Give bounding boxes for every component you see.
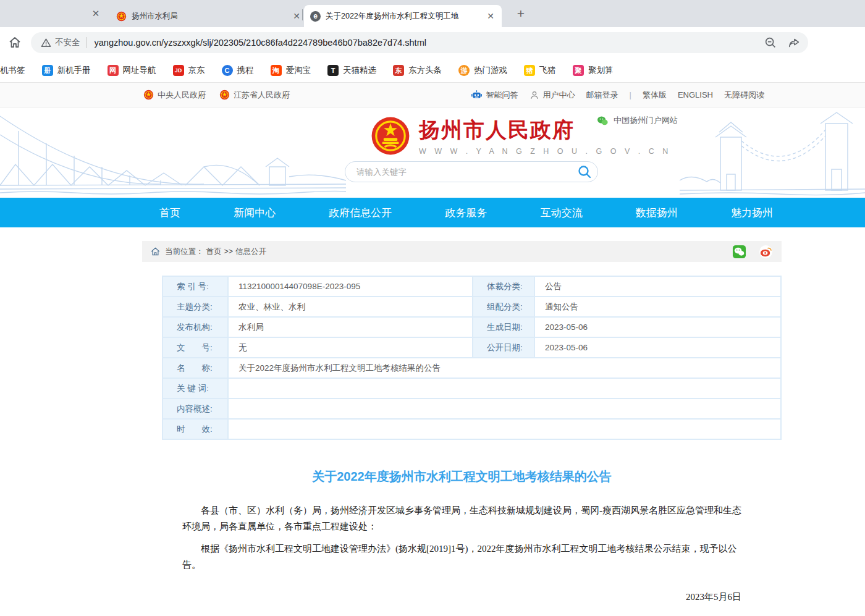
divider: | bbox=[630, 90, 631, 99]
meta-value-title: 关于2022年度扬州市水利工程文明工地考核结果的公告 bbox=[228, 358, 781, 378]
link-central-gov[interactable]: 中央人民政府 bbox=[143, 90, 206, 101]
bookmark-aitaobao[interactable]: 淘 爱淘宝 bbox=[271, 65, 311, 76]
nav-item-services[interactable]: 政务服务 bbox=[441, 206, 491, 220]
bridge-artwork-left bbox=[0, 108, 346, 198]
meta-value-doc-number: 无 bbox=[228, 337, 473, 358]
gov-top-bar: 中央人民政府 江苏省人民政府 智能问答 bbox=[0, 83, 865, 108]
close-icon[interactable]: ✕ bbox=[89, 7, 103, 20]
link-label: 江苏省人民政府 bbox=[234, 90, 290, 101]
bookmark-ctrip[interactable]: C 携程 bbox=[222, 65, 254, 76]
bookmark-new-phone-manual[interactable]: 册 新机手册 bbox=[42, 65, 91, 76]
meta-value-public-date: 2023-05-06 bbox=[534, 337, 781, 358]
bookmark-label: 携程 bbox=[237, 65, 254, 76]
robot-icon bbox=[471, 90, 483, 100]
bookmark-label: 网址导航 bbox=[123, 65, 156, 76]
new-tab-button[interactable]: + bbox=[513, 6, 529, 22]
bookmark-icon: 游 bbox=[458, 65, 470, 76]
link-label: 智能问答 bbox=[486, 90, 518, 101]
bookmark-icon: T bbox=[327, 65, 339, 76]
browser-tab-bar: ✕ 扬州市水利局 ✕ e 关于2022年度扬州市水利工程文明工地 ✕ + bbox=[0, 0, 865, 27]
nav-item-info-disclosure[interactable]: 政府信息公开 bbox=[325, 206, 395, 220]
breadcrumb-label: 当前位置： bbox=[165, 247, 204, 257]
search-input[interactable] bbox=[357, 167, 575, 177]
link-label: ENGLISH bbox=[678, 90, 713, 99]
bookmark-icon: 淘 bbox=[271, 65, 282, 76]
page-content: 当前位置： 首页 >> 信息公开 索 引 号: 113210000144 bbox=[142, 227, 782, 616]
bookmark-icon: 猪 bbox=[524, 65, 535, 76]
nav-item-news[interactable]: 新闻中心 bbox=[230, 206, 279, 220]
wechat-share-icon[interactable] bbox=[732, 245, 746, 259]
portal-wechat-link[interactable]: 中国扬州门户网站 bbox=[597, 115, 678, 126]
main-navigation: 首页 新闻中心 政府信息公开 政务服务 互动交流 数据扬州 魅力扬州 bbox=[0, 198, 865, 227]
bookmark-hot-games[interactable]: 游 热门游戏 bbox=[458, 65, 507, 76]
meta-label: 关 键 词: bbox=[162, 378, 228, 399]
bookmark-label: 聚划算 bbox=[588, 65, 614, 76]
nav-item-home[interactable]: 首页 bbox=[156, 206, 184, 220]
bookmark-site-navigation[interactable]: 网 网址导航 bbox=[108, 65, 156, 76]
bookmark-phone-bookmarks[interactable]: 机书签 bbox=[0, 65, 25, 76]
meta-label: 时 效: bbox=[162, 419, 228, 439]
search-button[interactable] bbox=[575, 162, 594, 181]
bookmark-label: 新机手册 bbox=[57, 65, 91, 76]
bookmark-label: 天猫精选 bbox=[343, 65, 376, 76]
search-icon bbox=[577, 164, 592, 179]
table-row: 关 键 词: bbox=[162, 378, 781, 399]
browser-page-icon: e bbox=[310, 11, 321, 22]
article-title: 关于2022年度扬州市水利工程文明工地考核结果的公告 bbox=[182, 468, 741, 485]
article-body: 关于2022年度扬州市水利工程文明工地考核结果的公告 各县（市、区）水利（务）局… bbox=[142, 468, 782, 616]
security-chip[interactable]: 不安全 bbox=[38, 37, 86, 48]
breadcrumb-current[interactable]: 信息公开 bbox=[235, 247, 266, 257]
bookmark-icon: 册 bbox=[42, 65, 53, 76]
site-url: W W W . Y A N G Z H O U . G O V . C N bbox=[419, 147, 671, 156]
weibo-share-icon[interactable] bbox=[759, 245, 773, 259]
portal-label: 中国扬州门户网站 bbox=[614, 115, 678, 126]
tab-yangzhou-water-bureau[interactable]: 扬州市水利局 ✕ bbox=[110, 5, 303, 27]
chip-divider bbox=[86, 37, 87, 48]
share-icon[interactable] bbox=[787, 36, 801, 49]
meta-label: 公开日期: bbox=[473, 337, 534, 358]
nav-item-data[interactable]: 数据扬州 bbox=[632, 206, 681, 220]
tab-active-announcement[interactable]: e 关于2022年度扬州市水利工程文明工地 ✕ bbox=[304, 5, 502, 27]
link-label: 中央人民政府 bbox=[158, 90, 206, 101]
meta-value-summary bbox=[228, 399, 781, 419]
bookmarks-bar: 机书签 册 新机手册 网 网址导航 JD 京东 C 携程 淘 爱淘宝 T 天猫精… bbox=[0, 58, 865, 83]
table-row: 索 引 号: 11321000014407098E-2023-095 体裁分类:… bbox=[162, 276, 781, 297]
user-center-link[interactable]: 用户中心 bbox=[530, 90, 575, 101]
mail-login-link[interactable]: 邮箱登录 bbox=[586, 90, 618, 101]
bookmark-jd[interactable]: JD 京东 bbox=[173, 65, 205, 76]
bookmark-label: 京东 bbox=[188, 65, 205, 76]
table-row: 内容概述: bbox=[162, 399, 781, 419]
table-row: 主题分类: 农业、林业、水利 组配分类: 通知公告 bbox=[162, 297, 781, 317]
close-icon[interactable]: ✕ bbox=[484, 10, 497, 22]
address-bar[interactable]: 不安全 yangzhou.gov.cn/yzszxxgk/slj/202305/… bbox=[31, 32, 808, 53]
breadcrumb-home-link[interactable]: 首页 bbox=[206, 247, 222, 257]
bookmark-icon: JD bbox=[173, 65, 184, 76]
home-icon[interactable] bbox=[7, 35, 22, 50]
table-row: 文 号: 无 公开日期: 2023-05-06 bbox=[162, 337, 781, 358]
english-link[interactable]: ENGLISH bbox=[678, 90, 713, 99]
traditional-chinese-link[interactable]: 繁体版 bbox=[643, 90, 667, 101]
nav-item-interaction[interactable]: 互动交流 bbox=[537, 206, 586, 220]
link-jiangsu-gov[interactable]: 江苏省人民政府 bbox=[219, 90, 290, 101]
link-label: 邮箱登录 bbox=[586, 90, 618, 101]
bookmark-eastday[interactable]: 东 东方头条 bbox=[393, 65, 442, 76]
national-emblem-icon bbox=[371, 116, 410, 156]
smart-qa-link[interactable]: 智能问答 bbox=[471, 90, 518, 101]
accessibility-link[interactable]: 无障碍阅读 bbox=[724, 90, 764, 101]
article-paragraph: 各县（市、区）水利（务）局，扬州经济开发区城乡事务管理局，生态科技新城规划建设局… bbox=[182, 502, 741, 534]
url-text[interactable]: yangzhou.gov.cn/yzszxxgk/slj/202305/210c… bbox=[95, 38, 754, 48]
meta-value-created-date: 2023-05-06 bbox=[534, 317, 781, 337]
zoom-out-icon[interactable] bbox=[764, 36, 777, 49]
bookmark-fliggy[interactable]: 猪 飞猪 bbox=[524, 65, 556, 76]
bookmark-juhuasuan[interactable]: 聚 聚划算 bbox=[573, 65, 614, 76]
meta-label: 文 号: bbox=[162, 337, 228, 358]
meta-label: 主题分类: bbox=[162, 297, 228, 317]
nav-item-charm[interactable]: 魅力扬州 bbox=[727, 206, 777, 220]
meta-value-group: 通知公告 bbox=[534, 297, 781, 317]
meta-value-keywords bbox=[228, 378, 781, 399]
table-row: 名 称: 关于2022年度扬州市水利工程文明工地考核结果的公告 bbox=[162, 358, 781, 378]
close-icon[interactable]: ✕ bbox=[290, 10, 303, 22]
tab-title: 关于2022年度扬州市水利工程文明工地 bbox=[326, 11, 481, 22]
bookmark-tmall[interactable]: T 天猫精选 bbox=[327, 65, 376, 76]
site-search bbox=[345, 161, 598, 182]
